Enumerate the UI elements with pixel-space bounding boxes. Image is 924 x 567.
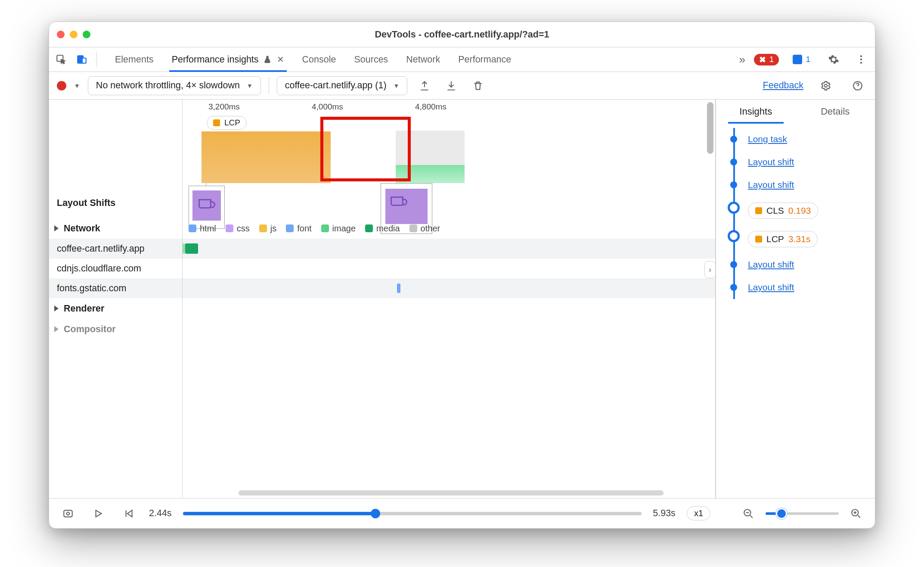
timeline-ring-icon [728,230,740,242]
close-window-button[interactable] [57,31,65,38]
network-request-row[interactable] [183,239,715,259]
insight-item[interactable]: Layout shift [731,174,867,196]
throttle-select[interactable]: No network throttling, 4× slowdown ▼ [88,76,261,95]
range-start-time: 2.44s [149,508,172,519]
tab-label: Performance [458,54,511,65]
recording-select[interactable]: coffee-cart.netlify.app (1) ▼ [277,76,408,95]
tab-details[interactable]: Details [796,100,875,124]
tab-insights[interactable]: Insights [716,100,796,124]
kebab-menu-icon[interactable] [852,50,871,69]
errors-badge[interactable]: ✖1 [754,54,779,65]
insights-panel: Insights Details Long task Layout shift … [716,100,875,498]
throttle-value: No network throttling, 4× slowdown [96,80,240,91]
record-menu-caret-icon[interactable]: ▼ [74,82,80,89]
settings-gear-icon[interactable] [824,50,843,69]
insight-link[interactable]: Layout shift [748,282,794,292]
slider-thumb[interactable] [371,509,380,518]
insight-link[interactable]: Layout shift [748,180,794,190]
window-title: DevTools - coffee-cart.netlify.app/?ad=1 [49,29,875,40]
tab-label: Console [302,54,336,65]
panel-settings-gear-icon[interactable] [816,76,835,95]
legend-label: font [297,224,311,234]
playback-footer: 2.44s 5.93s x1 [49,498,875,528]
collapse-side-panel-button[interactable]: › [704,261,715,278]
timeline-dot-icon [730,284,737,291]
import-icon[interactable] [442,76,461,95]
time-range-slider[interactable] [183,512,642,515]
network-request-row[interactable] [183,259,715,278]
legend-swatch [409,224,417,232]
timeline-dot-icon [730,159,737,165]
messages-badge[interactable]: 1 [788,54,815,65]
zoom-out-icon[interactable] [739,504,758,523]
zoom-slider-thumb[interactable] [776,508,787,519]
playback-speed[interactable]: x1 [687,506,710,520]
more-tabs-icon[interactable]: » [739,53,745,66]
insight-metric-cls[interactable]: CLS 0.193 [731,196,867,225]
network-request-row[interactable] [183,278,715,298]
insight-link[interactable]: Layout shift [748,259,794,269]
insights-timeline[interactable]: Long task Layout shift Layout shift CLS … [716,124,875,498]
minimize-window-button[interactable] [70,31,78,38]
lcp-label: LCP [224,118,240,128]
divider [96,52,97,67]
legend-swatch [321,224,329,232]
devtools-window: DevTools - coffee-cart.netlify.app/?ad=1… [49,22,875,529]
insight-item[interactable]: Layout shift [731,151,867,174]
window-titlebar: DevTools - coffee-cart.netlify.app/?ad=1 [49,22,875,47]
network-host-row[interactable]: cdnjs.cloudflare.com [49,259,182,278]
tab-performance[interactable]: Performance [458,47,511,72]
play-icon[interactable] [89,504,108,523]
insights-tabs: Insights Details [716,100,875,124]
renderer-track-header[interactable]: Renderer [49,298,182,319]
zoom-slider[interactable] [766,512,839,515]
metric-swatch [755,207,762,214]
request-tail [183,243,185,254]
record-button[interactable] [57,81,66,90]
close-tab-icon[interactable]: ✕ [277,54,284,65]
request-bar [397,284,400,293]
horizontal-scrollbar[interactable] [239,490,664,495]
messages-count: 1 [806,55,810,64]
legend-label: js [270,224,276,234]
tab-console[interactable]: Console [302,47,336,72]
message-bubble-icon [793,55,802,64]
metric-name: CLS [766,206,784,216]
tab-label: Performance insights [172,54,259,65]
network-host-row[interactable]: fonts.gstatic.com [49,278,182,298]
tab-performance-insights[interactable]: Performance insights ✕ [172,47,284,72]
network-track-header[interactable]: Network [49,218,182,239]
legend-swatch [286,224,294,232]
zoom-in-icon[interactable] [846,504,865,523]
help-icon[interactable] [848,76,867,95]
network-host-row[interactable]: coffee-cart.netlify.app [49,239,182,259]
errors-count: 1 [769,55,774,64]
delete-icon[interactable] [468,76,487,95]
insight-link[interactable]: Long task [748,134,787,144]
device-toolbar-icon[interactable] [72,50,91,69]
svg-rect-2 [82,58,86,63]
inspect-element-icon[interactable] [52,50,71,69]
insight-metric-lcp[interactable]: LCP 3.31s [731,225,867,253]
legend-label: media [376,224,400,234]
insight-item[interactable]: Layout shift [731,276,867,299]
tab-sources[interactable]: Sources [354,47,388,72]
jump-to-start-icon[interactable] [119,504,138,523]
legend-swatch [365,224,373,232]
track-canvas[interactable]: 3,200ms 4,000ms 4,800ms LCP html [183,100,715,498]
lcp-marker-pill[interactable]: LCP [207,116,247,130]
recording-value: coffee-cart.netlify.app (1) [285,80,387,91]
tab-network[interactable]: Network [406,47,440,72]
insight-link[interactable]: Layout shift [748,157,794,167]
compositor-track-header[interactable]: Compositor [49,319,182,340]
insight-item[interactable]: Layout shift [731,253,867,276]
tabs-overflow-area: » ✖1 1 [739,50,871,69]
tab-label: Network [406,54,440,65]
maximize-window-button[interactable] [83,31,90,38]
tab-elements[interactable]: Elements [115,47,154,72]
lcp-block[interactable] [202,131,331,183]
feedback-link[interactable]: Feedback [763,80,803,91]
toggle-overlay-icon[interactable] [59,504,78,523]
insight-item[interactable]: Long task [731,128,867,151]
export-icon[interactable] [415,76,434,95]
